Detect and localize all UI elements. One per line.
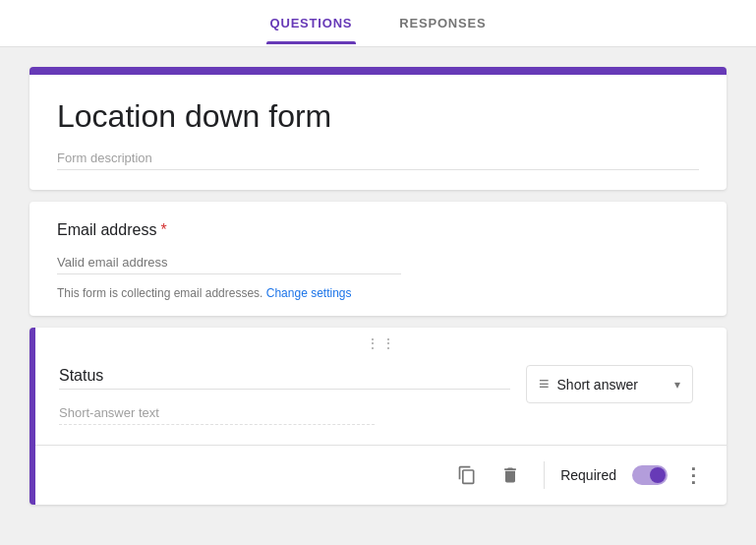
drag-handle: ⋮⋮ (35, 328, 727, 355)
toggle-container[interactable] (632, 465, 668, 485)
tab-responses[interactable]: RESPONSES (395, 2, 490, 44)
email-notice: This form is collecting email addresses.… (57, 286, 699, 300)
form-title-card: Location down form Form description (29, 67, 727, 190)
form-description[interactable]: Form description (57, 151, 699, 170)
short-answer-placeholder: Short-answer text (59, 405, 375, 425)
email-notice-text: This form is collecting email addresses. (57, 286, 262, 300)
status-left: Short-answer text (59, 363, 510, 425)
status-card-footer: Required ⋮ (35, 445, 727, 505)
more-icon: ⋮ (683, 463, 704, 487)
divider (544, 461, 545, 489)
status-card: ⋮⋮ Short-answer text ≡ Short answer ▾ (29, 328, 727, 505)
type-select-wrapper[interactable]: ≡ Short answer ▾ (526, 365, 693, 403)
delete-button[interactable] (493, 457, 528, 493)
chevron-down-icon: ▾ (674, 378, 680, 392)
main-content: Location down form Form description Emai… (0, 47, 756, 545)
toggle-slider (632, 465, 668, 485)
short-answer-type-icon: ≡ (539, 374, 550, 394)
email-input[interactable] (57, 251, 401, 274)
tab-bar: QUESTIONS RESPONSES (0, 0, 756, 47)
email-label-row: Email address * (57, 221, 699, 239)
tab-questions[interactable]: QUESTIONS (266, 2, 357, 44)
copy-button[interactable] (449, 457, 485, 493)
change-settings-link[interactable]: Change settings (266, 286, 352, 300)
type-select-label: Short answer (557, 377, 667, 393)
required-label: Required (560, 467, 616, 483)
status-title-input[interactable] (59, 363, 510, 390)
required-star: * (160, 221, 166, 239)
email-section: Email address * This form is collecting … (29, 202, 727, 316)
status-card-body: Short-answer text ≡ Short answer ▾ (35, 355, 727, 425)
form-title: Location down form (57, 98, 699, 135)
app-container: QUESTIONS RESPONSES Location down form F… (0, 0, 756, 545)
status-right: ≡ Short answer ▾ (526, 365, 703, 403)
required-toggle[interactable] (632, 465, 668, 485)
email-label: Email address (57, 221, 156, 239)
more-options-button[interactable]: ⋮ (675, 457, 711, 493)
